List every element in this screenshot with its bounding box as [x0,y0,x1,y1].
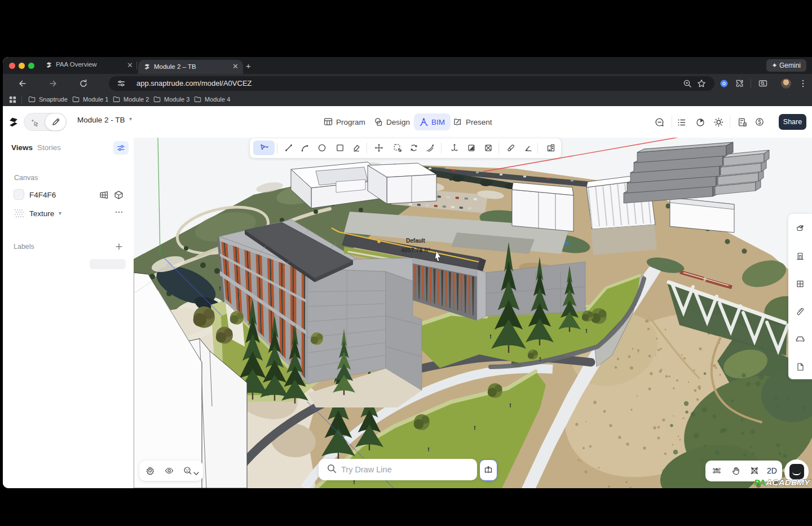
svg-text:PA: PA [754,477,765,487]
svg-text:4057.78 ft²: 4057.78 ft² [401,247,430,253]
svg-text:ACADEMY: ACADEMY [765,477,811,487]
svg-text:Default: Default [406,238,426,244]
